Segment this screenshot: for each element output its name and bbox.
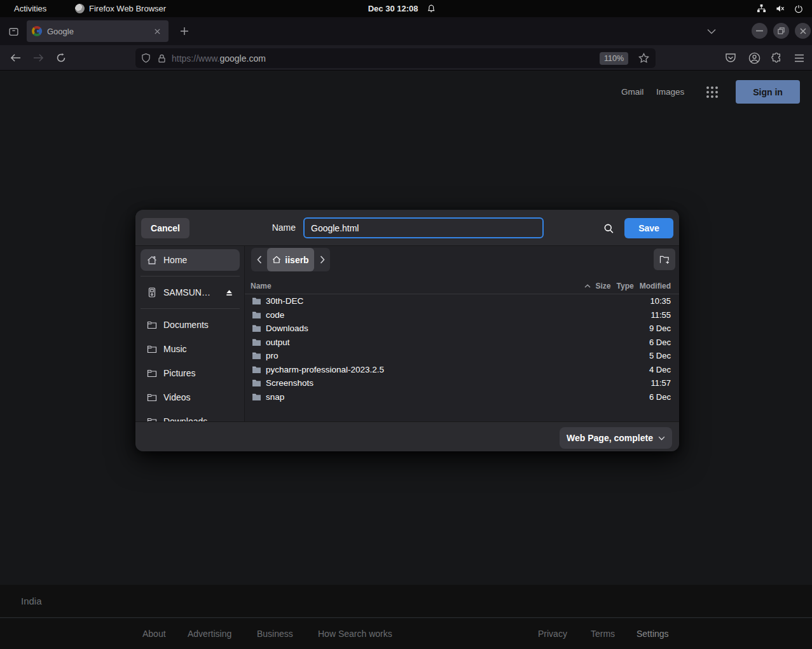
sidebar-item-label: Videos [163,392,191,402]
breadcrumb-current-folder[interactable]: iiserb [267,248,314,271]
file-modified: 11:57 [650,378,671,388]
focused-app-menu[interactable]: Firefox Web Browser [75,0,166,17]
breadcrumb-label: iiserb [285,255,308,265]
places-sidebar: Home SAMSUN… Documents [135,246,245,421]
filename-label: Name [231,210,296,246]
sidebar-item-pictures[interactable]: Pictures [141,362,240,384]
column-header-type[interactable]: Type [617,282,634,290]
system-status-area[interactable] [757,0,803,17]
screen: Activities Firefox Web Browser Dec 30 12… [0,0,812,649]
sidebar-item-downloads[interactable]: Downloads [141,411,240,421]
home-icon [147,256,157,265]
folder-icon [252,297,261,305]
folder-icon [147,393,157,402]
file-name: Downloads [266,324,649,333]
file-name: pycharm-professional-2023.2.5 [266,365,649,374]
filename-input[interactable] [303,217,544,238]
dialog-bottom-bar: Web Page, complete [135,421,679,451]
file-name: code [266,310,650,320]
sidebar-item-label: Music [163,344,187,354]
folder-icon [252,379,261,387]
folder-icon [147,320,157,329]
sidebar-divider [141,276,240,277]
file-modified: 11:55 [650,310,671,320]
cancel-button[interactable]: Cancel [141,218,189,238]
new-folder-button[interactable] [654,249,675,270]
focused-app-name: Firefox Web Browser [89,0,166,17]
folder-icon [252,365,261,374]
file-row-snap[interactable]: snap 6 Dec [245,390,679,404]
file-modified: 6 Dec [649,392,671,402]
folder-icon [147,369,157,378]
firefox-logo-icon [75,4,85,13]
sidebar-item-label: Downloads [163,416,207,421]
file-row-screenshots[interactable]: Screenshots 11:57 [245,376,679,390]
sidebar-item-home[interactable]: Home [141,249,240,271]
file-modified: 6 Dec [649,338,671,347]
sidebar-divider [141,308,240,309]
network-icon [757,4,766,13]
notification-bell-icon [427,4,436,13]
file-type-label: Web Page, complete [567,433,653,443]
folder-icon [252,311,261,319]
file-name: output [266,338,649,347]
sidebar-item-label: Pictures [163,368,196,378]
sidebar-item-documents[interactable]: Documents [141,314,240,336]
dialog-header-bar: Cancel Name Save [135,210,679,246]
file-list-column-headers: Name Size Type Modified [245,278,679,294]
external-device-icon [147,287,157,297]
search-icon[interactable] [602,221,616,235]
file-row-pro[interactable]: pro 5 Dec [245,349,679,363]
file-name: pro [266,351,649,360]
file-row-output[interactable]: output 6 Dec [245,336,679,350]
file-type-dropdown[interactable]: Web Page, complete [560,427,672,449]
file-name: 30th-DEC [266,296,650,306]
file-list: 30th-DEC 10:35 code 11:55 Downloads 9 De… [245,294,679,404]
file-modified: 5 Dec [649,351,671,360]
volume-muted-icon [775,4,785,13]
sidebar-item-label: SAMSUN… [163,287,210,297]
sidebar-item-music[interactable]: Music [141,338,240,360]
file-name: Screenshots [266,378,650,388]
sidebar-item-label: Documents [163,320,209,330]
save-file-dialog: Cancel Name Save Home [135,210,679,451]
power-icon [794,4,803,13]
sort-ascending-icon [584,284,591,288]
path-forward-chevron-icon[interactable] [314,248,330,271]
sidebar-item-videos[interactable]: Videos [141,386,240,408]
file-name: snap [266,392,649,402]
file-modified: 9 Dec [649,324,671,333]
chevron-down-icon [658,436,665,441]
home-icon [272,256,281,264]
clock-label: Dec 30 12:08 [368,0,418,17]
system-top-bar: Activities Firefox Web Browser Dec 30 12… [0,0,812,17]
save-button[interactable]: Save [624,218,673,238]
folder-icon [252,352,261,360]
eject-icon[interactable] [225,289,233,297]
file-browser-pane: iiserb Name Size Type Modified [245,246,679,421]
column-header-name[interactable]: Name [251,282,584,290]
folder-icon [147,417,157,421]
file-modified: 10:35 [650,296,671,306]
sidebar-item-samsung-drive[interactable]: SAMSUN… [141,282,240,303]
clock-menu[interactable]: Dec 30 12:08 [368,0,436,17]
folder-icon [252,324,261,332]
folder-icon [252,338,261,346]
sidebar-item-label: Home [163,255,187,265]
breadcrumb-bar: iiserb [251,248,330,271]
file-row-30th-dec[interactable]: 30th-DEC 10:35 [245,294,679,308]
column-header-modified[interactable]: Modified [640,282,671,290]
file-row-pycharm[interactable]: pycharm-professional-2023.2.5 4 Dec [245,363,679,377]
path-back-chevron-icon[interactable] [251,248,267,271]
column-header-size[interactable]: Size [596,282,611,290]
file-modified: 4 Dec [649,365,671,374]
folder-icon [147,345,157,353]
activities-button[interactable]: Activities [14,0,46,17]
file-row-code[interactable]: code 11:55 [245,308,679,322]
folder-icon [252,393,261,401]
file-row-downloads[interactable]: Downloads 9 Dec [245,322,679,336]
